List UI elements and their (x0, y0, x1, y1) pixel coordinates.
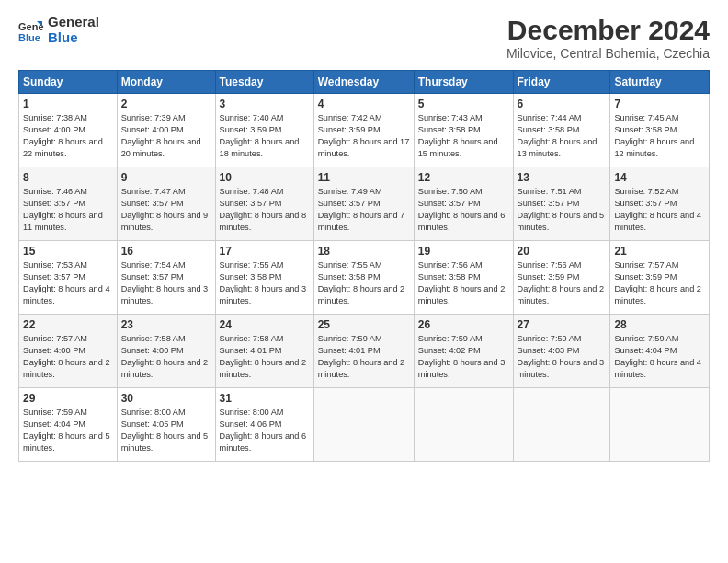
header: General Blue General Blue December 2024 … (18, 15, 710, 61)
calendar-cell: 10 Sunrise: 7:48 AMSunset: 3:57 PMDaylig… (215, 167, 313, 241)
calendar-cell: 9 Sunrise: 7:47 AMSunset: 3:57 PMDayligh… (117, 167, 215, 241)
day-number: 28 (614, 318, 705, 331)
calendar-cell: 8 Sunrise: 7:46 AMSunset: 3:57 PMDayligh… (19, 167, 118, 241)
calendar-cell: 6 Sunrise: 7:44 AMSunset: 3:58 PMDayligh… (513, 94, 610, 167)
calendar-cell: 21 Sunrise: 7:57 AMSunset: 3:59 PMDaylig… (610, 241, 710, 315)
day-number: 8 (23, 171, 113, 184)
day-info: Sunrise: 7:53 AMSunset: 3:57 PMDaylight:… (23, 260, 110, 305)
week-row-2: 8 Sunrise: 7:46 AMSunset: 3:57 PMDayligh… (19, 167, 710, 241)
day-number: 12 (418, 171, 509, 184)
header-wednesday: Wednesday (313, 71, 414, 94)
header-thursday: Thursday (414, 71, 513, 94)
day-info: Sunrise: 7:56 AMSunset: 3:58 PMDaylight:… (418, 260, 506, 305)
day-info: Sunrise: 8:00 AMSunset: 4:06 PMDaylight:… (220, 408, 307, 453)
day-info: Sunrise: 7:56 AMSunset: 3:59 PMDaylight:… (518, 260, 605, 305)
svg-text:Blue: Blue (18, 32, 40, 43)
calendar-cell: 30 Sunrise: 8:00 AMSunset: 4:05 PMDaylig… (117, 388, 215, 462)
day-info: Sunrise: 7:47 AMSunset: 3:57 PMDaylight:… (121, 187, 209, 232)
calendar-cell: 20 Sunrise: 7:56 AMSunset: 3:59 PMDaylig… (513, 241, 610, 315)
page: General Blue General Blue December 2024 … (0, 0, 728, 563)
logo-general: General (48, 15, 99, 30)
day-info: Sunrise: 7:58 AMSunset: 4:00 PMDaylight:… (121, 334, 209, 379)
calendar-cell: 29 Sunrise: 7:59 AMSunset: 4:04 PMDaylig… (19, 388, 118, 462)
header-friday: Friday (513, 71, 610, 94)
week-row-1: 1 Sunrise: 7:38 AMSunset: 4:00 PMDayligh… (19, 94, 710, 167)
day-info: Sunrise: 7:49 AMSunset: 3:57 PMDaylight:… (318, 187, 405, 232)
location: Milovice, Central Bohemia, Czechia (506, 46, 710, 61)
day-info: Sunrise: 7:48 AMSunset: 3:57 PMDaylight:… (220, 187, 307, 232)
header-row: SundayMondayTuesdayWednesdayThursdayFrid… (19, 71, 710, 94)
day-number: 6 (518, 98, 607, 110)
day-info: Sunrise: 7:45 AMSunset: 3:58 PMDaylight:… (614, 113, 694, 158)
day-info: Sunrise: 7:51 AMSunset: 3:57 PMDaylight:… (518, 187, 605, 232)
week-row-5: 29 Sunrise: 7:59 AMSunset: 4:04 PMDaylig… (19, 388, 710, 462)
day-info: Sunrise: 7:57 AMSunset: 4:00 PMDaylight:… (23, 334, 110, 379)
day-number: 25 (318, 318, 410, 331)
day-info: Sunrise: 7:59 AMSunset: 4:03 PMDaylight:… (518, 334, 605, 379)
header-monday: Monday (117, 71, 215, 94)
day-number: 16 (121, 245, 211, 258)
calendar-cell: 26 Sunrise: 7:59 AMSunset: 4:02 PMDaylig… (414, 315, 513, 388)
day-number: 19 (418, 245, 509, 258)
calendar-cell: 5 Sunrise: 7:43 AMSunset: 3:58 PMDayligh… (414, 94, 513, 167)
day-info: Sunrise: 7:38 AMSunset: 4:00 PMDaylight:… (23, 113, 103, 158)
calendar-cell: 19 Sunrise: 7:56 AMSunset: 3:58 PMDaylig… (414, 241, 513, 315)
day-number: 24 (220, 318, 310, 331)
calendar-cell (513, 388, 610, 462)
week-row-3: 15 Sunrise: 7:53 AMSunset: 3:57 PMDaylig… (19, 241, 710, 315)
day-info: Sunrise: 7:54 AMSunset: 3:57 PMDaylight:… (121, 260, 209, 305)
day-number: 15 (23, 245, 113, 258)
calendar-cell (313, 388, 414, 462)
month-title: December 2024 (506, 15, 710, 46)
day-number: 3 (220, 98, 310, 110)
day-number: 23 (121, 318, 211, 331)
day-number: 18 (318, 245, 410, 258)
calendar-cell: 18 Sunrise: 7:55 AMSunset: 3:58 PMDaylig… (313, 241, 414, 315)
day-number: 27 (518, 318, 607, 331)
calendar-cell (414, 388, 513, 462)
day-info: Sunrise: 7:42 AMSunset: 3:59 PMDaylight:… (318, 113, 410, 158)
day-info: Sunrise: 7:55 AMSunset: 3:58 PMDaylight:… (220, 260, 307, 305)
day-number: 11 (318, 171, 410, 184)
day-info: Sunrise: 7:59 AMSunset: 4:02 PMDaylight:… (418, 334, 506, 379)
logo-icon: General Blue (18, 17, 44, 43)
calendar-cell: 11 Sunrise: 7:49 AMSunset: 3:57 PMDaylig… (313, 167, 414, 241)
day-number: 10 (220, 171, 310, 184)
calendar-cell: 24 Sunrise: 7:58 AMSunset: 4:01 PMDaylig… (215, 315, 313, 388)
day-info: Sunrise: 7:57 AMSunset: 3:59 PMDaylight:… (614, 260, 701, 305)
day-info: Sunrise: 7:43 AMSunset: 3:58 PMDaylight:… (418, 113, 498, 158)
day-info: Sunrise: 7:44 AMSunset: 3:58 PMDaylight:… (518, 113, 597, 158)
day-info: Sunrise: 7:39 AMSunset: 4:00 PMDaylight:… (121, 113, 201, 158)
calendar-cell (610, 388, 710, 462)
day-number: 1 (23, 98, 113, 110)
day-number: 4 (318, 98, 410, 110)
header-tuesday: Tuesday (215, 71, 313, 94)
week-row-4: 22 Sunrise: 7:57 AMSunset: 4:00 PMDaylig… (19, 315, 710, 388)
day-number: 5 (418, 98, 509, 110)
day-number: 26 (418, 318, 509, 331)
day-number: 2 (121, 98, 211, 110)
day-info: Sunrise: 7:52 AMSunset: 3:57 PMDaylight:… (614, 187, 701, 232)
day-number: 14 (614, 171, 705, 184)
logo: General Blue General Blue (18, 15, 99, 45)
day-info: Sunrise: 8:00 AMSunset: 4:05 PMDaylight:… (121, 408, 209, 453)
day-info: Sunrise: 7:59 AMSunset: 4:01 PMDaylight:… (318, 334, 405, 379)
day-number: 21 (614, 245, 705, 258)
calendar-cell: 1 Sunrise: 7:38 AMSunset: 4:00 PMDayligh… (19, 94, 118, 167)
day-info: Sunrise: 7:58 AMSunset: 4:01 PMDaylight:… (220, 334, 307, 379)
day-number: 30 (121, 392, 211, 405)
calendar-cell: 25 Sunrise: 7:59 AMSunset: 4:01 PMDaylig… (313, 315, 414, 388)
calendar-cell: 31 Sunrise: 8:00 AMSunset: 4:06 PMDaylig… (215, 388, 313, 462)
title-block: December 2024 Milovice, Central Bohemia,… (506, 15, 710, 61)
calendar-cell: 22 Sunrise: 7:57 AMSunset: 4:00 PMDaylig… (19, 315, 118, 388)
day-number: 31 (220, 392, 310, 405)
header-sunday: Sunday (19, 71, 118, 94)
calendar-cell: 15 Sunrise: 7:53 AMSunset: 3:57 PMDaylig… (19, 241, 118, 315)
calendar-body: 1 Sunrise: 7:38 AMSunset: 4:00 PMDayligh… (19, 94, 710, 462)
logo-blue: Blue (48, 30, 99, 46)
calendar-cell: 27 Sunrise: 7:59 AMSunset: 4:03 PMDaylig… (513, 315, 610, 388)
calendar-cell: 7 Sunrise: 7:45 AMSunset: 3:58 PMDayligh… (610, 94, 710, 167)
day-number: 17 (220, 245, 310, 258)
day-number: 20 (518, 245, 607, 258)
day-info: Sunrise: 7:59 AMSunset: 4:04 PMDaylight:… (23, 408, 110, 453)
